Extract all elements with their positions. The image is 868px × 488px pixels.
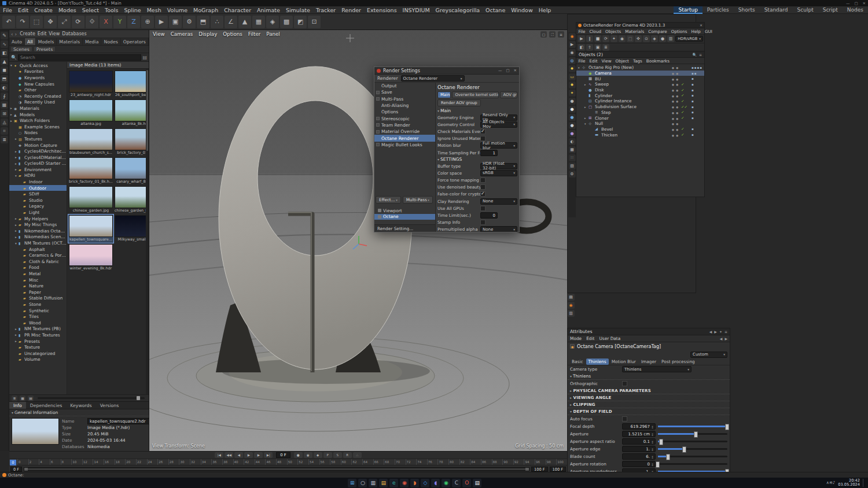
detail-view-icon[interactable]: ▤	[28, 395, 34, 401]
render-settings-nav-item[interactable]: Magic Bullet Looks	[374, 142, 435, 148]
tree-item[interactable]: ▸ ▰ My Misc Things	[9, 221, 67, 228]
ot-aov-icon[interactable]: ≣	[602, 44, 609, 51]
tree-item[interactable]: ▸ ▮ PR Misc Textures	[9, 332, 67, 338]
octane-metallic-material-icon[interactable]: ●	[569, 122, 576, 129]
array-icon[interactable]: ⊞	[1, 110, 8, 117]
value-slider[interactable]	[658, 426, 727, 427]
visibility-toggles[interactable]	[672, 132, 681, 138]
scale-key-icon[interactable]: S	[333, 452, 342, 458]
object-row[interactable]: ◉ Camera ▪▪	[576, 71, 704, 76]
range-handle-right[interactable]	[525, 468, 529, 471]
dock-tab-content-icon[interactable]: ▥	[568, 310, 575, 317]
octane-target-light-icon[interactable]: ✹	[569, 82, 576, 88]
setting-dropdown[interactable]: Full motion blur	[480, 142, 517, 149]
viewport-menu-item[interactable]: View	[153, 31, 165, 37]
visibility-toggles[interactable]	[672, 98, 681, 103]
folder-icon[interactable]: ▤	[142, 55, 147, 60]
camera-type-dropdown[interactable]: Thinlens	[622, 366, 692, 372]
asset-thumbnail[interactable]: chinese_garden.jpg	[68, 186, 113, 214]
ot-clay-icon[interactable]: ●	[659, 35, 666, 42]
enabled-check[interactable]: ✓	[681, 99, 692, 103]
tree-item[interactable]: ▾ ✦ Quick Access	[9, 62, 67, 69]
tree-item[interactable]: ▸ ▰ Environment	[9, 167, 67, 173]
tree-item[interactable]: ○ Nodes	[9, 130, 67, 136]
chrome-icon[interactable]: ◉	[400, 479, 409, 487]
enabled-check[interactable]: ✓	[681, 93, 692, 98]
autofocus-checkbox[interactable]	[622, 416, 627, 422]
visibility-toggles[interactable]	[672, 76, 681, 82]
menu-item[interactable]: Animate	[254, 6, 283, 14]
search-icon[interactable]: 🔍	[692, 53, 697, 57]
visibility-toggles[interactable]	[672, 87, 681, 93]
viewport-options-icon[interactable]: ≡	[558, 31, 564, 38]
object-menu-item[interactable]: File	[576, 58, 587, 64]
value-field[interactable]: 1.5215 cm	[622, 431, 656, 437]
tree-item[interactable]: ▰ SDiff	[9, 191, 67, 197]
menu-item[interactable]: Modes	[56, 6, 79, 14]
asset-thumbnail[interactable]: winter_evening_8k.hdr	[68, 243, 113, 272]
asset-thumbnail[interactable]: brick_factory_01_8k.h...	[68, 157, 113, 185]
octane-daylight-icon[interactable]: ✸	[569, 65, 576, 72]
lathe-icon[interactable]: ◐	[1, 84, 8, 91]
tree-item[interactable]: ▰ Studio	[9, 197, 67, 204]
burger-icon[interactable]: ≡	[724, 330, 727, 334]
object-tags[interactable]: ▪	[692, 127, 704, 131]
visibility-toggles[interactable]	[672, 121, 681, 126]
edge-icon[interactable]: e	[389, 479, 398, 487]
info-section-header[interactable]: General Information	[9, 409, 149, 416]
prev-key-icon[interactable]: ◀◀	[225, 452, 233, 458]
asset-menu-item[interactable]: Edit	[36, 31, 48, 36]
minimize-button[interactable]: —	[498, 68, 502, 73]
volume-icon[interactable]: ♪	[833, 480, 835, 485]
octane-tab[interactable]: AOV gr	[500, 91, 517, 98]
object-menu-item[interactable]: Edit	[587, 58, 599, 64]
asset-thumbnail[interactable]: blaubeuren_church_s...	[68, 128, 113, 156]
asset-thumbnail[interactable]: altanka_8k.hdr	[114, 99, 149, 127]
tree-item[interactable]: ▾ ▮ NM Textures (OCTANE)	[9, 240, 67, 246]
tree-item[interactable]: ▰ Uncategorized	[9, 350, 67, 357]
object-tags[interactable]: ▪▪	[692, 72, 704, 75]
ot-lock-icon[interactable]: ✦	[610, 35, 617, 42]
octane-specular-material-icon[interactable]: ●	[569, 114, 576, 121]
gradient-icon[interactable]: ◩	[294, 16, 307, 28]
y-axis-lock-icon[interactable]: Y	[113, 16, 126, 28]
attribute-tab[interactable]: Post processing	[659, 358, 697, 365]
asset-thumbnail[interactable]: kapellen_townsquare...	[68, 215, 113, 243]
preview-range-bar[interactable]	[24, 467, 529, 471]
range-start-field[interactable]: 0 F	[10, 467, 22, 472]
cinema4d-icon[interactable]: C	[452, 479, 461, 487]
asset-thumbnail[interactable]: chinese_garden_8k.h...	[114, 186, 149, 214]
octane-menu-item[interactable]: Options	[669, 28, 689, 35]
prev-object-icon[interactable]: ◀	[720, 337, 723, 341]
points-mode-icon[interactable]: ∴	[211, 16, 223, 28]
object-row[interactable]: ▸ ▢ Subdivision Surface ✓✓ ▪	[576, 104, 704, 110]
scrollbar[interactable]	[146, 69, 149, 394]
ot-denoise-icon[interactable]: ◧	[578, 44, 585, 51]
render-preset-item[interactable]: Viewport	[374, 208, 435, 214]
value-slider[interactable]	[658, 433, 727, 435]
tree-item[interactable]: ▰ Metal	[9, 271, 67, 277]
tree-item[interactable]: ▸ ▮ Cycles4DMaterialPack-4K	[9, 154, 67, 161]
play-icon[interactable]: ▶	[244, 452, 253, 458]
render-settings-nav-item[interactable]: Octane Renderer	[374, 135, 435, 141]
asset-filter-tab[interactable]: Auto	[9, 38, 25, 45]
visibility-toggles[interactable]	[672, 93, 681, 98]
info-tab[interactable]: Info	[9, 402, 26, 409]
octane-hdri-env-icon[interactable]: ◍	[569, 57, 576, 64]
ot-material-picker-icon[interactable]: ◈	[651, 35, 658, 42]
setting-checkbox[interactable]	[480, 220, 486, 225]
symmetry-icon[interactable]: ◬	[1, 119, 8, 126]
octane-arealight-icon[interactable]: ▭	[569, 73, 576, 80]
menu-item[interactable]: File	[0, 6, 15, 14]
next-frame-icon[interactable]: ▶	[254, 452, 263, 458]
render-aov-group-button[interactable]: Render AOV group	[437, 99, 481, 106]
menu-item[interactable]: Character	[221, 6, 254, 14]
layout-tab[interactable]: Particles	[703, 6, 734, 14]
tree-item[interactable]: ▰ Indoor	[9, 179, 67, 185]
object-row[interactable]: ▮ Cylinder ✓ ▪	[576, 93, 704, 98]
prev-frame-icon[interactable]: ◀	[234, 452, 243, 458]
point-level-icon[interactable]: ∴	[353, 452, 362, 458]
menu-item[interactable]: Spline	[121, 6, 144, 14]
attributes-menu-item[interactable]: Edit	[584, 335, 597, 342]
asset-scope-tab[interactable]: Scenes	[10, 46, 32, 52]
